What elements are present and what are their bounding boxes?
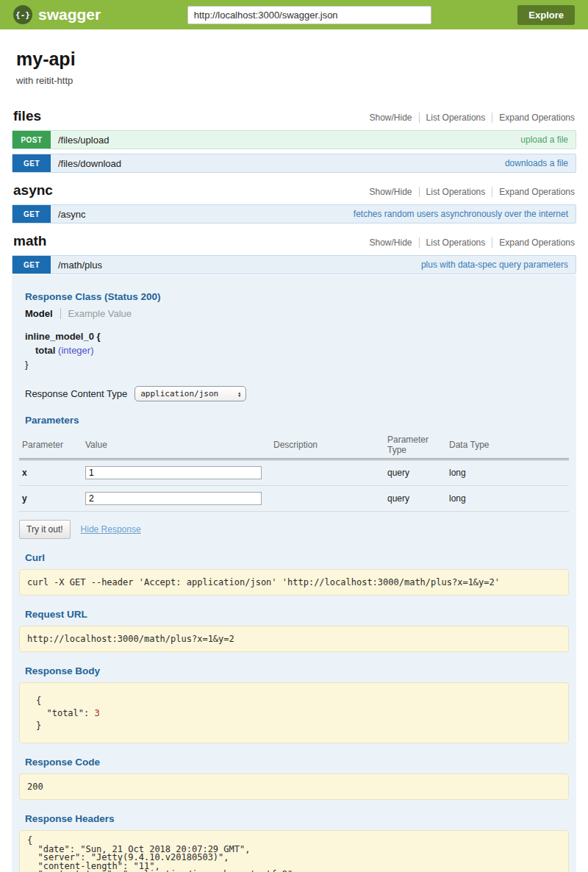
model-property-type: (integer) [58, 345, 93, 356]
json-number-value: 3 [94, 708, 99, 718]
http-method-badge[interactable]: POST [12, 131, 51, 149]
resource-header: files Show/Hide List Operations Expand O… [13, 108, 575, 124]
operation-path[interactable]: /files/upload [58, 135, 109, 146]
http-method-badge[interactable]: GET [12, 256, 51, 274]
list-operations-link[interactable]: List Operations [419, 187, 492, 197]
expand-operations-link[interactable]: Expand Operations [492, 237, 575, 248]
col-parameter-type: Parameter Type [384, 432, 446, 460]
hide-response-link[interactable]: Hide Response [81, 524, 141, 535]
response-code-value: 200 [19, 773, 569, 800]
json-key: "total": [46, 708, 89, 718]
response-code-title: Response Code [25, 757, 569, 768]
parameter-type: query [384, 486, 446, 512]
response-headers-code: { "date": "Sun, 21 Oct 2018 20:07:29 GMT… [19, 830, 569, 872]
select-arrows-icon: ▲▼ [238, 391, 240, 397]
model-property: total (integer) [25, 343, 569, 357]
http-method-badge[interactable]: GET [12, 154, 51, 172]
try-it-out-row: Try it out! Hide Response [19, 520, 569, 539]
model-property-name: total [35, 345, 55, 356]
list-operations-link[interactable]: List Operations [419, 237, 492, 248]
parameters-title: Parameters [25, 415, 569, 426]
parameter-x-input[interactable] [85, 466, 262, 479]
api-title: my-api [16, 49, 572, 70]
resource-name[interactable]: files [13, 108, 41, 124]
json-total-line: "total": 3 [36, 707, 561, 720]
response-body-code: { "total": 3} [19, 682, 569, 743]
operation-row[interactable]: GET /math/plus plus with data-spec query… [12, 255, 576, 274]
operation-row[interactable]: POST /files/upload upload a file [12, 130, 576, 149]
tab-example-value[interactable]: Example Value [61, 308, 132, 319]
resource-header: async Show/Hide List Operations Expand O… [13, 182, 575, 199]
json-open-brace: { [36, 695, 561, 707]
parameter-data-type: long [446, 486, 569, 512]
operation-path[interactable]: /files/download [58, 158, 121, 169]
signature-tabs: Model Example Value [25, 308, 569, 319]
parameter-type: query [384, 460, 446, 486]
resource-name[interactable]: async [13, 182, 53, 199]
model-close-line: } [25, 357, 569, 371]
col-data-type: Data Type [446, 432, 569, 460]
spec-url-input[interactable] [187, 6, 431, 24]
resource-links: Show/Hide List Operations Expand Operati… [363, 237, 575, 248]
parameter-row: y query long [19, 486, 569, 512]
expand-operations-link[interactable]: Expand Operations [492, 187, 575, 197]
operation-row[interactable]: GET /files/download downloads a file [12, 154, 576, 173]
col-parameter: Parameter [19, 432, 82, 460]
operation-detail-panel: Response Class (Status 200) Model Exampl… [12, 275, 576, 872]
response-content-type-label: Response Content Type [25, 388, 127, 399]
curl-command: curl -X GET --header 'Accept: applicatio… [19, 569, 569, 596]
col-description: Description [270, 432, 384, 460]
parameter-description [270, 486, 384, 512]
curl-title: Curl [25, 552, 569, 563]
resource-async: async Show/Hide List Operations Expand O… [12, 182, 576, 224]
request-url-title: Request URL [25, 609, 569, 620]
parameter-y-input[interactable] [85, 492, 262, 505]
show-hide-link[interactable]: Show/Hide [363, 112, 419, 123]
model-signature: inline_model_0 { total (integer) } [25, 329, 569, 371]
request-url-value: http://localhost:3000/math/plus?x=1&y=2 [19, 626, 569, 652]
response-content-type-row: Response Content Type application/json ▲… [25, 386, 569, 401]
response-class-title: Response Class (Status 200) [25, 291, 569, 302]
api-description: with reitit-http [16, 75, 572, 86]
parameter-row: x query long [19, 460, 569, 486]
model-open-line: inline_model_0 { [25, 329, 569, 343]
page-content: my-api with reitit-http files Show/Hide … [0, 49, 588, 872]
resource-name[interactable]: math [13, 233, 46, 249]
list-operations-link[interactable]: List Operations [419, 112, 492, 123]
resource-math: math Show/Hide List Operations Expand Op… [12, 233, 576, 872]
swagger-logo-text: swagger [38, 6, 101, 24]
parameter-name: y [19, 486, 82, 512]
operation-path[interactable]: /async [58, 209, 86, 220]
parameter-name: x [19, 460, 82, 486]
http-method-badge[interactable]: GET [12, 205, 51, 223]
parameter-description [270, 460, 384, 486]
show-hide-link[interactable]: Show/Hide [363, 187, 419, 197]
operation-path[interactable]: /math/plus [58, 260, 102, 271]
operation-row[interactable]: GET /async fetches random users asynchro… [12, 204, 576, 224]
tab-model[interactable]: Model [25, 308, 61, 319]
resource-links: Show/Hide List Operations Expand Operati… [363, 187, 575, 197]
operation-summary[interactable]: plus with data-spec query parameters [421, 260, 568, 270]
operation-summary[interactable]: downloads a file [505, 158, 568, 168]
col-value: Value [82, 432, 270, 460]
parameter-data-type: long [446, 460, 569, 486]
swagger-logo-icon: {-} [13, 5, 32, 24]
parameters-table: Parameter Value Description Parameter Ty… [19, 432, 569, 512]
selected-content-type: application/json [140, 389, 218, 399]
resource-links: Show/Hide List Operations Expand Operati… [363, 112, 575, 123]
resource-files: files Show/Hide List Operations Expand O… [12, 108, 576, 173]
response-body-title: Response Body [25, 665, 569, 676]
expand-operations-link[interactable]: Expand Operations [492, 112, 575, 123]
json-close-brace: } [36, 720, 561, 732]
try-it-out-button[interactable]: Try it out! [19, 520, 71, 539]
operation-summary[interactable]: fetches random users asynchronously over… [354, 209, 568, 219]
api-info: my-api with reitit-http [16, 49, 572, 86]
top-bar: {-} swagger Explore [0, 0, 588, 29]
swagger-logo[interactable]: {-} swagger [13, 5, 101, 24]
response-headers-title: Response Headers [25, 813, 569, 824]
response-content-type-select[interactable]: application/json ▲▼ [135, 386, 246, 401]
operation-summary[interactable]: upload a file [520, 135, 568, 145]
explore-button[interactable]: Explore [517, 5, 575, 25]
show-hide-link[interactable]: Show/Hide [363, 237, 419, 248]
resource-header: math Show/Hide List Operations Expand Op… [13, 233, 575, 249]
